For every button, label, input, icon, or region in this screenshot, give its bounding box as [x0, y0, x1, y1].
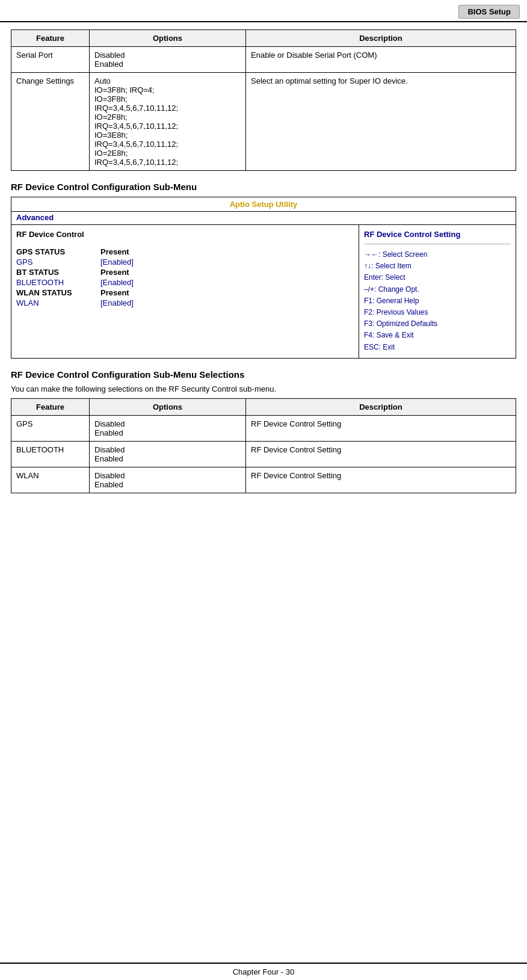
key-f1: F1: General Help — [364, 295, 511, 307]
options-gps: DisabledEnabled — [90, 415, 246, 441]
bios-menu-nav: Advanced — [11, 212, 516, 225]
rf-section-heading: RF Device Control Configuration Sub-Menu — [11, 182, 516, 192]
bios-menu-box: Aptio Setup Utility Advanced RF Device C… — [11, 197, 516, 359]
bios-key-help: →←: Select Screen ↑↓: Select Item Enter:… — [364, 249, 511, 353]
desc-serial-port: Enable or Disable Serial Port (COM) — [246, 47, 516, 73]
col-feature: Feature — [11, 30, 90, 47]
key-enter: Enter: Select — [364, 272, 511, 283]
bios-row-gps: GPS [Enabled] — [16, 257, 354, 267]
options-bluetooth: DisabledEnabled — [90, 441, 246, 467]
bios-row-bluetooth: BLUETOOTH [Enabled] — [16, 278, 354, 287]
bios-menu-body: RF Device Control GPS STATUS Present GPS… — [11, 225, 516, 358]
bios-row-wlan: WLAN [Enabled] — [16, 298, 354, 307]
col-description-2: Description — [246, 398, 516, 415]
gps-status-value: Present — [100, 247, 129, 256]
feature-bluetooth: BLUETOOTH — [11, 441, 90, 467]
desc-wlan: RF Device Control Setting — [246, 467, 516, 493]
bios-menu-left: RF Device Control GPS STATUS Present GPS… — [11, 225, 359, 358]
bios-menu-right: RF Device Control Setting →←: Select Scr… — [359, 225, 516, 358]
desc-gps: RF Device Control Setting — [246, 415, 516, 441]
rf-selections-heading: RF Device Control Configuration Sub-Menu… — [11, 369, 516, 380]
table-row: Serial Port DisabledEnabled Enable or Di… — [11, 47, 516, 73]
feature-gps: GPS — [11, 415, 90, 441]
table-row: BLUETOOTH DisabledEnabled RF Device Cont… — [11, 441, 516, 467]
key-select-screen: →←: Select Screen — [364, 249, 511, 260]
table-row: WLAN DisabledEnabled RF Device Control S… — [11, 467, 516, 493]
bios-row-bt-status: BT STATUS Present — [16, 268, 354, 277]
rf-selections-table: Feature Options Description GPS Disabled… — [11, 398, 516, 493]
gps-status-label: GPS STATUS — [16, 247, 100, 256]
bluetooth-value: [Enabled] — [100, 278, 134, 287]
desc-bluetooth: RF Device Control Setting — [246, 441, 516, 467]
desc-change-settings: Select an optimal setting for Super IO d… — [246, 73, 516, 171]
footer-text: Chapter Four - 30 — [233, 967, 295, 976]
page-header: BIOS Setup — [0, 0, 527, 22]
options-change-settings: Auto IO=3F8h; IRQ=4; IO=3F8h; IRQ=3,4,5,… — [90, 73, 246, 171]
key-esc: ESC: Exit — [364, 342, 511, 353]
serial-port-table: Feature Options Description Serial Port … — [11, 29, 516, 171]
col-feature-2: Feature — [11, 398, 90, 415]
wlan-status-value: Present — [100, 288, 129, 297]
bios-menu-header: Aptio Setup Utility — [11, 197, 516, 212]
gps-label: GPS — [16, 257, 100, 267]
rf-selections-subtext: You can make the following selections on… — [11, 384, 516, 393]
col-description: Description — [246, 30, 516, 47]
gps-value: [Enabled] — [100, 257, 134, 267]
table-row: GPS DisabledEnabled RF Device Control Se… — [11, 415, 516, 441]
table-row: Change Settings Auto IO=3F8h; IRQ=4; IO=… — [11, 73, 516, 171]
options-serial-port: DisabledEnabled — [90, 47, 246, 73]
bios-setup-title: BIOS Setup — [458, 5, 520, 19]
rf-control-setting-label: RF Device Control Setting — [364, 230, 511, 244]
col-options-2: Options — [90, 398, 246, 415]
key-f4: F4: Save & Exit — [364, 330, 511, 341]
bluetooth-label: BLUETOOTH — [16, 278, 100, 287]
key-change-opt: –/+: Change Opt. — [364, 284, 511, 295]
rf-device-control-label: RF Device Control — [16, 230, 354, 239]
page-footer: Chapter Four - 30 — [0, 963, 527, 980]
wlan-label: WLAN — [16, 298, 100, 307]
feature-change-settings: Change Settings — [11, 73, 90, 171]
key-f2: F2: Previous Values — [364, 307, 511, 318]
key-select-item: ↑↓: Select Item — [364, 260, 511, 272]
bios-row-gps-status: GPS STATUS Present — [16, 247, 354, 256]
bios-row-wlan-status: WLAN STATUS Present — [16, 288, 354, 297]
wlan-status-label: WLAN STATUS — [16, 288, 100, 297]
wlan-value: [Enabled] — [100, 298, 134, 307]
feature-wlan: WLAN — [11, 467, 90, 493]
options-wlan: DisabledEnabled — [90, 467, 246, 493]
col-options: Options — [90, 30, 246, 47]
bt-status-label: BT STATUS — [16, 268, 100, 277]
feature-serial-port: Serial Port — [11, 47, 90, 73]
bt-status-value: Present — [100, 268, 129, 277]
main-content: Feature Options Description Serial Port … — [0, 22, 527, 510]
key-f3: F3: Optimized Defaults — [364, 318, 511, 330]
